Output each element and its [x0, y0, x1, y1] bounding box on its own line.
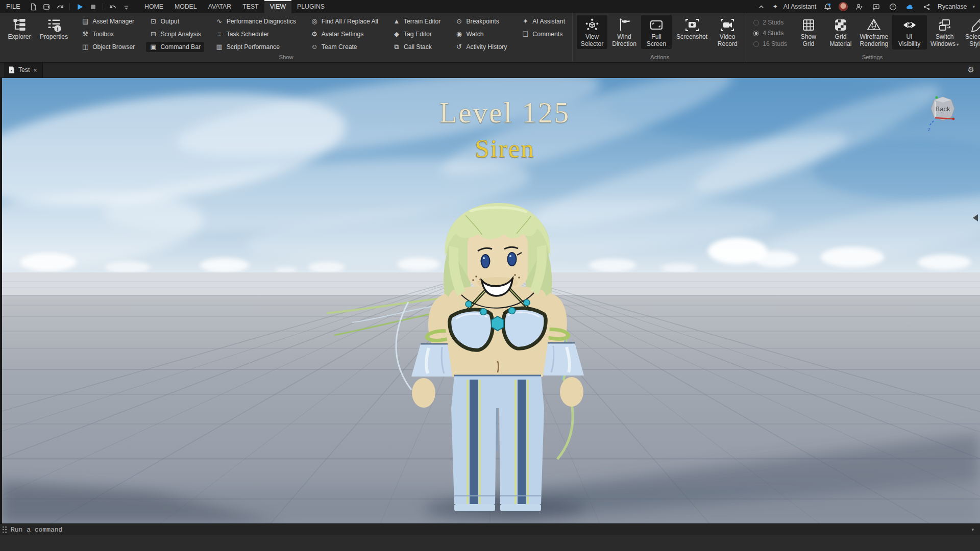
ribbon-item-activity-history[interactable]: ↺Activity History	[452, 42, 510, 52]
ribbon-button-screenshot[interactable]: Screenshot	[673, 15, 710, 49]
ribbon-item-object-browser[interactable]: ◫Object Browser	[78, 42, 138, 52]
ribbon-button-explorer[interactable]: Explorer	[4, 15, 35, 42]
open-file-icon[interactable]	[41, 0, 52, 13]
gear-icon[interactable]: ⚙	[968, 65, 974, 74]
stud-option-2-studs[interactable]: 2 Studs	[753, 19, 787, 26]
username[interactable]: Rycanlase	[938, 3, 967, 10]
ribbon-item-label: AI Assistant	[532, 18, 565, 25]
document-icon	[9, 66, 15, 73]
menu-tab-home[interactable]: HOME	[139, 0, 169, 13]
ribbon-column: ⊡Output⊟Script Analysis▣Command Bar	[146, 16, 204, 52]
ribbon-item-avatar-settings[interactable]: ⚙Avatar Settings	[307, 29, 381, 39]
ribbon-button-grid-material[interactable]: Grid Material	[825, 15, 856, 49]
new-file-icon[interactable]	[28, 0, 39, 13]
ribbon-item-command-bar[interactable]: ▣Command Bar	[146, 42, 204, 52]
ribbon-item-performance-diagnostics[interactable]: ∿Performance Diagnostics	[212, 16, 299, 27]
ribbon-item-output[interactable]: ⊡Output	[146, 16, 204, 27]
ribbon-column: ◎Find All / Replace All⚙Avatar Settings☺…	[307, 16, 381, 52]
ribbon-item-toolbox[interactable]: ⚒Toolbox	[78, 29, 138, 39]
command-bar-dropdown-icon[interactable]: ▾	[971, 527, 974, 532]
ribbon-item-label: Avatar Settings	[322, 31, 363, 38]
ribbon-button-properties[interactable]: iProperties	[37, 15, 71, 42]
ribbon-button-wind-direction[interactable]: Wind Direction	[609, 15, 640, 49]
ribbon-group-label: Actions	[577, 54, 743, 62]
ribbon-item-breakpoints[interactable]: ⊙Breakpoints	[452, 16, 510, 27]
ribbon-group-label: Show	[4, 54, 568, 62]
play-button-icon[interactable]	[74, 0, 85, 13]
ribbon-column: ✦AI Assistant❑Comments	[518, 16, 568, 52]
cloud-sync-icon[interactable]	[904, 0, 915, 13]
user-dropdown-icon[interactable]: ▾	[972, 4, 975, 9]
ribbon-button-wireframe-rendering[interactable]: Wireframe Rendering	[857, 15, 891, 49]
tag-editor-icon: ◆	[393, 30, 401, 38]
ribbon-item-label: Activity History	[466, 43, 507, 51]
ribbon: ExploreriProperties ▤Asset Manager⚒Toolb…	[0, 13, 980, 63]
ribbon-button-ui-visibility[interactable]: UI Visibility	[892, 15, 927, 49]
ribbon-button-selection-style[interactable]: Selection Style▾	[963, 15, 980, 49]
svg-text:z: z	[927, 126, 930, 133]
ribbon-item-comments[interactable]: ❑Comments	[518, 29, 568, 39]
svg-text:i: i	[57, 26, 58, 32]
menu-tab-model[interactable]: MODEL	[169, 0, 203, 13]
file-menu[interactable]: FILE	[5, 0, 26, 13]
command-input[interactable]: Run a command	[11, 526, 62, 534]
avatar[interactable]	[839, 2, 848, 11]
wireframe-icon	[866, 17, 881, 33]
ribbon-item-call-stack[interactable]: ⧉Call Stack	[389, 42, 444, 52]
share-icon[interactable]	[921, 0, 932, 13]
ribbon-item-tag-editor[interactable]: ◆Tag Editor	[389, 29, 444, 39]
menu-tab-avatar[interactable]: AVATAR	[203, 0, 237, 13]
history-dropdown-icon[interactable]	[120, 0, 132, 13]
output-icon: ⊡	[149, 17, 157, 26]
ribbon-item-find-all-replace-all[interactable]: ◎Find All / Replace All	[307, 16, 381, 27]
ribbon-button-switch-windows[interactable]: Switch Windows▾	[928, 15, 961, 49]
ribbon-item-script-analysis[interactable]: ⊟Script Analysis	[146, 29, 204, 39]
ribbon-item-label: Team Create	[322, 43, 357, 51]
menu-tab-test[interactable]: TEST	[237, 0, 264, 13]
tab-test[interactable]: Test ×	[4, 62, 43, 78]
ribbon-item-asset-manager[interactable]: ▤Asset Manager	[78, 16, 138, 27]
ribbon-item-script-performance[interactable]: ▥Script Performance	[212, 42, 299, 52]
collapse-ribbon-icon[interactable]	[756, 0, 767, 13]
help-icon[interactable]: ?	[887, 0, 898, 13]
add-collaborator-icon[interactable]	[853, 0, 865, 13]
close-icon[interactable]: ×	[33, 67, 37, 73]
ribbon-button-label: Full Screen	[647, 34, 666, 47]
properties-icon: i	[46, 17, 62, 33]
ribbon-item-task-scheduler[interactable]: ≡Task Scheduler	[212, 29, 299, 39]
viewport-canvas[interactable]: z Back Level 125 Siren	[0, 78, 980, 523]
ribbon-item-team-create[interactable]: ☺Team Create	[307, 42, 381, 52]
wind-direction-icon	[617, 17, 632, 33]
stop-button-icon[interactable]	[87, 0, 99, 13]
ribbon-item-watch[interactable]: ◉Watch	[452, 29, 510, 39]
ribbon-button-view-selector[interactable]: View Selector	[577, 15, 607, 49]
comments-icon: ❑	[521, 30, 529, 38]
redo-icon[interactable]	[54, 0, 65, 13]
radio-icon	[753, 41, 759, 47]
stud-option-16-studs[interactable]: 16 Studs	[753, 40, 787, 47]
back-button[interactable]: Back	[936, 105, 950, 113]
ribbon-group-show: ExploreriProperties ▤Asset Manager⚒Toolb…	[0, 13, 573, 62]
ribbon-item-terrain-editor[interactable]: ▲Terrain Editor	[389, 16, 444, 27]
ribbon-item-label: Breakpoints	[466, 18, 499, 25]
stud-option-4-studs[interactable]: 4 Studs	[753, 30, 787, 37]
ribbon-button-full-screen[interactable]: Full Screen	[641, 15, 672, 49]
drag-handle-icon[interactable]	[3, 527, 7, 533]
ai-assistant-button[interactable]: AI Assistant	[783, 3, 816, 10]
undo-icon[interactable]	[107, 0, 118, 13]
ribbon-item-label: Terrain Editor	[404, 18, 440, 25]
ribbon-button-label: Grid Material	[829, 34, 851, 47]
ribbon-button-video-record[interactable]: Video Record	[712, 15, 743, 49]
ribbon-item-ai-assistant[interactable]: ✦AI Assistant	[518, 16, 568, 27]
ribbon-column: ▲Terrain Editor◆Tag Editor⧉Call Stack	[389, 16, 444, 52]
feedback-icon[interactable]	[870, 0, 881, 13]
ribbon-button-show-grid[interactable]: Show Grid	[793, 15, 824, 49]
selection-style-icon	[970, 17, 980, 33]
command-bar[interactable]: Run a command ▾	[0, 523, 980, 535]
grid-material-icon	[833, 17, 848, 33]
radio-icon	[753, 31, 759, 36]
menu-tab-plugins[interactable]: PLUGINS	[291, 0, 330, 13]
activity-history-icon: ↺	[455, 43, 463, 51]
menu-tab-view[interactable]: VIEW	[264, 0, 291, 13]
notifications-bell-icon[interactable]	[822, 0, 833, 13]
